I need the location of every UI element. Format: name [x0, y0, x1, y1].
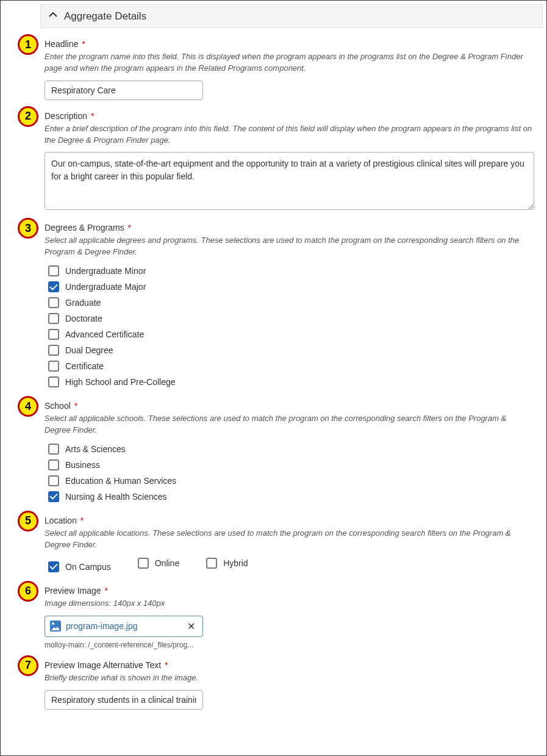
checkbox[interactable]	[138, 558, 149, 569]
alt-text-help: Briefly describe what is shown in the im…	[45, 672, 534, 684]
field-location: 5 Location * Select all applicable locat…	[45, 516, 534, 575]
degrees-label: Degrees & Programs	[45, 223, 124, 232]
required-marker: *	[82, 39, 85, 49]
field-degrees: 3 Degrees & Programs * Select all applic…	[45, 223, 534, 390]
location-options: On CampusOnlineHybrid	[45, 555, 534, 575]
field-description: 2 Description * Enter a brief descriptio…	[45, 111, 534, 212]
checkbox-label: Online	[155, 558, 179, 568]
field-preview-image: 6 Preview Image * Image dimensions: 140p…	[45, 586, 534, 649]
checkbox-row[interactable]: Certificate	[45, 358, 534, 374]
checkbox[interactable]	[48, 361, 59, 372]
checkbox-row[interactable]: Arts & Sciences	[45, 441, 534, 457]
checkbox-row[interactable]: On Campus	[45, 559, 111, 575]
checkbox-row[interactable]: Dual Degree	[45, 342, 534, 358]
checkbox-label: On Campus	[65, 562, 111, 572]
checkbox-label: High School and Pre-College	[65, 377, 176, 387]
description-help: Enter a brief description of the program…	[45, 123, 534, 146]
step-badge-1: 1	[18, 34, 38, 55]
alt-text-input[interactable]	[45, 690, 203, 710]
checkbox-label: Business	[65, 460, 100, 470]
checkbox[interactable]	[48, 329, 59, 340]
location-help: Select all applicable locations. These s…	[45, 528, 534, 551]
description-label: Description	[45, 111, 87, 121]
checkbox-row[interactable]: Nursing & Health Sciences	[45, 489, 534, 505]
required-marker: *	[165, 660, 168, 670]
checkbox-row[interactable]: Hybrid	[202, 555, 248, 571]
checkbox[interactable]	[48, 313, 59, 324]
checkbox-row[interactable]: Undergraduate Major	[45, 279, 534, 295]
preview-image-filename: program-image.jpg	[66, 621, 180, 631]
checkbox-row[interactable]: Online	[134, 555, 179, 571]
checkbox[interactable]	[48, 561, 59, 572]
degrees-help: Select all applicable degrees and progra…	[45, 235, 534, 258]
field-alt-text: 7 Preview Image Alternative Text * Brief…	[45, 660, 534, 710]
checkbox-label: Certificate	[65, 361, 104, 371]
checkbox[interactable]	[48, 281, 59, 292]
clear-file-button[interactable]: ✕	[185, 621, 198, 632]
checkbox[interactable]	[48, 475, 59, 486]
checkbox-row[interactable]: Doctorate	[45, 311, 534, 326]
location-label: Location	[45, 516, 77, 525]
preview-image-path: molloy-main: /_content-reference/_files/…	[45, 641, 534, 649]
checkbox-label: Graduate	[65, 298, 101, 308]
checkbox[interactable]	[206, 558, 217, 569]
checkbox[interactable]	[48, 459, 59, 470]
step-badge-7: 7	[18, 655, 38, 676]
required-marker: *	[80, 516, 84, 525]
checkbox-label: Doctorate	[65, 314, 102, 323]
required-marker: *	[91, 111, 94, 121]
checkbox-label: Undergraduate Minor	[65, 266, 146, 276]
checkbox-row[interactable]: Advanced Certificate	[45, 326, 534, 342]
school-label: School	[45, 401, 71, 411]
preview-image-file-chip[interactable]: program-image.jpg ✕	[45, 616, 203, 637]
checkbox-row[interactable]: Graduate	[45, 295, 534, 311]
checkbox-row[interactable]: High School and Pre-College	[45, 374, 534, 390]
preview-image-help: Image dimensions: 140px x 140px	[45, 598, 534, 610]
image-file-icon	[50, 621, 61, 632]
section-title: Aggregate Details	[64, 10, 146, 23]
checkbox[interactable]	[48, 444, 59, 455]
field-school: 4 School * Select all applicable schools…	[45, 401, 534, 505]
checkbox-label: Nursing & Health Sciences	[65, 492, 167, 502]
checkbox-label: Dual Degree	[65, 345, 113, 355]
preview-image-label: Preview Image	[45, 586, 101, 596]
headline-label: Headline	[45, 39, 78, 49]
step-badge-4: 4	[18, 396, 38, 417]
checkbox-label: Advanced Certificate	[65, 329, 144, 339]
alt-text-label: Preview Image Alternative Text	[45, 660, 161, 670]
step-badge-6: 6	[18, 581, 38, 602]
school-options: Arts & SciencesBusinessEducation & Human…	[45, 441, 534, 505]
step-badge-2: 2	[18, 106, 38, 127]
chevron-up-icon	[48, 10, 58, 23]
required-marker: *	[104, 586, 107, 596]
degrees-options: Undergraduate MinorUndergraduate MajorGr…	[45, 263, 534, 390]
step-badge-5: 5	[18, 511, 38, 531]
checkbox-row[interactable]: Business	[45, 457, 534, 473]
checkbox[interactable]	[48, 297, 59, 308]
step-badge-3: 3	[18, 218, 38, 239]
checkbox-label: Education & Human Services	[65, 476, 176, 486]
checkbox-label: Arts & Sciences	[65, 444, 126, 454]
description-textarea[interactable]	[45, 152, 534, 210]
checkbox[interactable]	[48, 376, 59, 387]
school-help: Select all applicable schools. These sel…	[45, 413, 534, 436]
headline-input[interactable]	[45, 81, 203, 100]
section-header[interactable]: Aggregate Details	[40, 4, 543, 28]
required-marker: *	[74, 401, 77, 411]
checkbox-row[interactable]: Education & Human Services	[45, 473, 534, 489]
headline-help: Enter the program name into this field. …	[45, 51, 534, 74]
checkbox[interactable]	[48, 345, 59, 356]
required-marker: *	[128, 223, 131, 232]
checkbox-label: Undergraduate Major	[65, 282, 146, 292]
checkbox-row[interactable]: Undergraduate Minor	[45, 263, 534, 279]
checkbox-label: Hybrid	[223, 558, 248, 568]
checkbox[interactable]	[48, 491, 59, 502]
checkbox[interactable]	[48, 265, 59, 276]
field-headline: 1 Headline * Enter the program name into…	[45, 39, 534, 100]
